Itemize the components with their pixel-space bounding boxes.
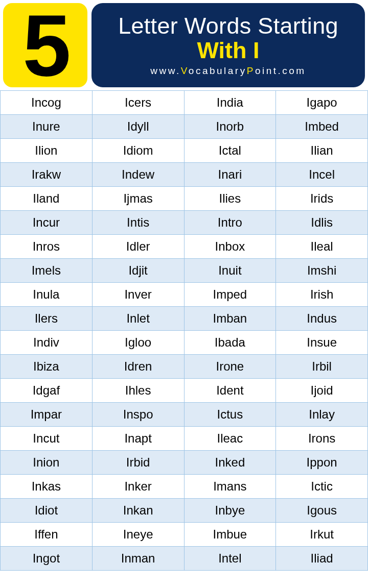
subtitle-end: oint.com [255,65,306,76]
word-table: IncogIcersIndiaIgapoInureIdyllInorbImbed… [0,90,368,571]
table-cell: Ilion [1,139,93,163]
table-cell: Inkan [92,499,184,523]
table-cell: Intel [184,547,276,571]
table-cell: Idiot [1,499,93,523]
table-cell: Idyll [92,115,184,139]
table-cell: Inros [1,235,93,259]
table-cell: Idlis [276,211,368,235]
table-row: IlionIdiomIctalIlian [1,139,368,163]
table-row: InionIrbidInkedIppon [1,451,368,475]
subtitle-p: P [247,65,255,76]
table-cell: Igapo [276,91,368,115]
table-cell: India [184,91,276,115]
table-cell: Ihles [92,379,184,403]
subtitle-url: www.VocabularyPoint.com [150,65,306,77]
table-cell: Inspo [92,403,184,427]
table-cell: Insue [276,331,368,355]
table-row: IncogIcersIndiaIgapo [1,91,368,115]
table-cell: Iliad [276,547,368,571]
table-cell: Idjit [92,259,184,283]
table-row: IndivIglooIbadaInsue [1,331,368,355]
table-row: IlersInletImbanIndus [1,307,368,331]
table-cell: Irons [276,427,368,451]
table-cell: Incog [1,91,93,115]
table-cell: Irone [184,355,276,379]
table-cell: Irkut [276,523,368,547]
table-cell: Irakw [1,163,93,187]
badge-number: 5 [22,2,68,89]
table-row: IbizaIdrenIroneIrbil [1,355,368,379]
table-cell: Indiv [1,331,93,355]
table-cell: Inlay [276,403,368,427]
table-row: IncutInaptIleacIrons [1,427,368,451]
table-cell: Ibada [184,331,276,355]
subtitle-mid: ocabulary [189,65,247,76]
table-cell: Imban [184,307,276,331]
table-cell: Icers [92,91,184,115]
title-box: Letter Words Starting With I www.Vocabul… [91,3,365,87]
table-cell: Inuit [184,259,276,283]
header: 5 Letter Words Starting With I www.Vocab… [0,0,368,90]
table-cell: Imbue [184,523,276,547]
table-cell: Idler [92,235,184,259]
table-row: IrakwIndewInariIncel [1,163,368,187]
table-cell: Inver [92,283,184,307]
table-cell: Ijmas [92,187,184,211]
table-cell: Idgaf [1,379,93,403]
table-cell: Indus [276,307,368,331]
table-cell: Inula [1,283,93,307]
table-cell: Ilers [1,307,93,331]
table-cell: Imped [184,283,276,307]
table-cell: Incel [276,163,368,187]
table-cell: Ippon [276,451,368,475]
table-row: IdiotInkanInbyeIgous [1,499,368,523]
table-row: IncurIntisIntroIdlis [1,211,368,235]
table-cell: Ictic [276,475,368,499]
table-cell: Ineye [92,523,184,547]
table-cell: Irish [276,283,368,307]
table-cell: Irids [276,187,368,211]
table-cell: Ictal [184,139,276,163]
table-cell: Inion [1,451,93,475]
table-row: InkasInkerImansIctic [1,475,368,499]
table-row: IdgafIhlesIdentIjoid [1,379,368,403]
table-cell: Indew [92,163,184,187]
table-cell: Imbed [276,115,368,139]
table-row: ImparInspoIctusInlay [1,403,368,427]
table-cell: Intro [184,211,276,235]
title-line-2: With I [197,38,259,63]
table-cell: Iffen [1,523,93,547]
table-cell: Ibiza [1,355,93,379]
table-row: IngotInmanIntelIliad [1,547,368,571]
table-cell: Ijoid [276,379,368,403]
table-row: IffenIneyeImbueIrkut [1,523,368,547]
table-cell: Inlet [92,307,184,331]
table-cell: Imels [1,259,93,283]
table-cell: Ingot [1,547,93,571]
table-cell: Ilian [276,139,368,163]
table-cell: Inked [184,451,276,475]
table-cell: Ident [184,379,276,403]
table-row: ImelsIdjitInuitImshi [1,259,368,283]
table-cell: Inbox [184,235,276,259]
table-row: IlandIjmasIliesIrids [1,187,368,211]
table-cell: Inure [1,115,93,139]
table-cell: Impar [1,403,93,427]
table-cell: Idren [92,355,184,379]
table-cell: Intis [92,211,184,235]
subtitle-prefix: www. [150,65,180,76]
table-cell: Idiom [92,139,184,163]
table-cell: Irbil [276,355,368,379]
table-cell: Inorb [184,115,276,139]
table-cell: Igous [276,499,368,523]
table-cell: Inkas [1,475,93,499]
table-cell: Ileal [276,235,368,259]
table-cell: Imans [184,475,276,499]
table-cell: Inapt [92,427,184,451]
table-cell: Incut [1,427,93,451]
table-cell: Ilies [184,187,276,211]
title-line-1: Letter Words Starting [118,14,338,38]
table-cell: Iland [1,187,93,211]
table-cell: Inman [92,547,184,571]
table-cell: Ictus [184,403,276,427]
